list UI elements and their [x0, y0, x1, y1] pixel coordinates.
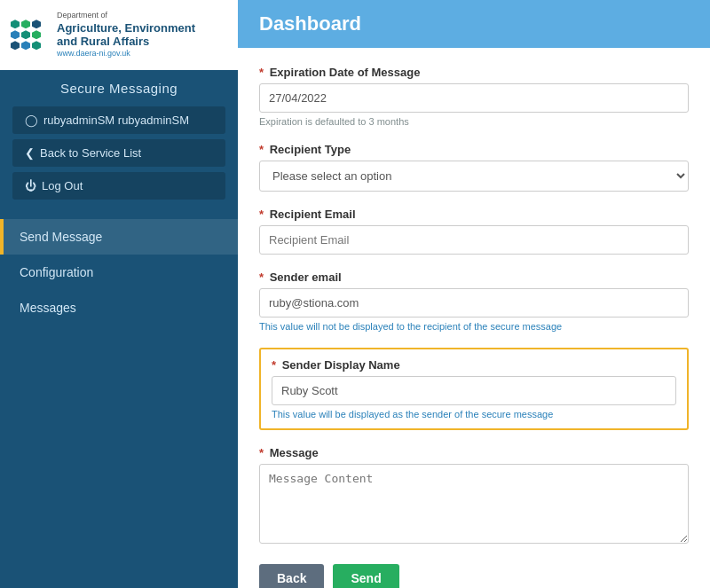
logout-btn[interactable]: ⏻ Log Out [12, 172, 225, 200]
required-star-5: * [272, 358, 276, 372]
sender-email-group: * Sender email This value will not be di… [259, 270, 689, 332]
recipient-email-label: * Recipient Email [259, 208, 689, 221]
recipient-email-group: * Recipient Email [259, 208, 689, 255]
logout-icon: ⏻ [25, 179, 36, 192]
expiration-date-input[interactable] [259, 83, 689, 113]
logo-text: Department of Agriculture, Environmentan… [57, 11, 195, 59]
logo-area: Department of Agriculture, Environmentan… [0, 0, 238, 70]
user-icon: ◯ [25, 114, 38, 127]
messages-nav-label: Messages [20, 301, 76, 315]
logo-org: Agriculture, Environmentand Rural Affair… [57, 21, 195, 49]
form-button-row: Back Send [259, 564, 689, 588]
main-content: * Expiration Date of Message Expiration … [238, 48, 710, 588]
logout-label: Log Out [42, 179, 83, 192]
sidebar-user: ◯ rubyadminSM rubyadminSM [12, 106, 225, 134]
configuration-nav-label: Configuration [20, 265, 93, 279]
sender-email-label: * Sender email [259, 270, 689, 284]
expiration-hint: Expiration is defaulted to 3 months [259, 116, 689, 127]
required-star-3: * [259, 208, 264, 221]
sidebar-nav: Send Message Configuration Messages [0, 219, 238, 325]
username-label: rubyadminSM rubyadminSM [43, 114, 189, 127]
expiration-date-label: * Expiration Date of Message [259, 66, 689, 79]
required-star-6: * [259, 446, 264, 459]
main-area: Dashboard * Expiration Date of Message E… [238, 0, 710, 588]
required-star: * [259, 66, 264, 79]
sidebar-title: Secure Messaging [0, 70, 238, 106]
recipient-email-input[interactable] [259, 225, 689, 255]
message-label: * Message [259, 446, 689, 459]
back-service-label: Back to Service List [40, 146, 141, 160]
sender-email-hint: This value will not be displayed to the … [259, 321, 689, 332]
main-header: Dashboard [238, 0, 710, 48]
sidebar: Department of Agriculture, Environmentan… [0, 0, 238, 588]
sender-display-hint: This value will be displayed as the send… [272, 409, 676, 419]
message-group: * Message [259, 446, 689, 546]
send-button[interactable]: Send [333, 564, 398, 588]
back-button[interactable]: Back [259, 564, 324, 588]
recipient-type-label: * Recipient Type [259, 143, 689, 156]
required-star-4: * [259, 270, 264, 284]
sidebar-item-configuration[interactable]: Configuration [0, 255, 238, 290]
recipient-type-group: * Recipient Type Please select an option [259, 143, 689, 192]
sidebar-item-send-message[interactable]: Send Message [0, 219, 238, 255]
sender-display-group: * Sender Display Name This value will be… [259, 348, 689, 430]
message-textarea[interactable] [259, 464, 689, 544]
required-star-2: * [259, 143, 264, 156]
chevron-left-icon: ❮ [25, 146, 35, 160]
page-title: Dashboard [259, 12, 689, 35]
recipient-type-select[interactable]: Please select an option [259, 161, 689, 192]
logo-icon [11, 20, 50, 50]
logo-website: www.daera-ni.gov.uk [57, 49, 195, 59]
sidebar-item-messages[interactable]: Messages [0, 290, 238, 325]
expiration-date-group: * Expiration Date of Message Expiration … [259, 66, 689, 127]
sender-email-input[interactable] [259, 288, 689, 318]
back-to-service-btn[interactable]: ❮ Back to Service List [12, 139, 225, 167]
sender-display-input[interactable] [272, 376, 676, 405]
send-message-nav-label: Send Message [20, 230, 102, 244]
logo-dept: Department of [57, 11, 195, 21]
sender-display-label: * Sender Display Name [272, 358, 676, 372]
